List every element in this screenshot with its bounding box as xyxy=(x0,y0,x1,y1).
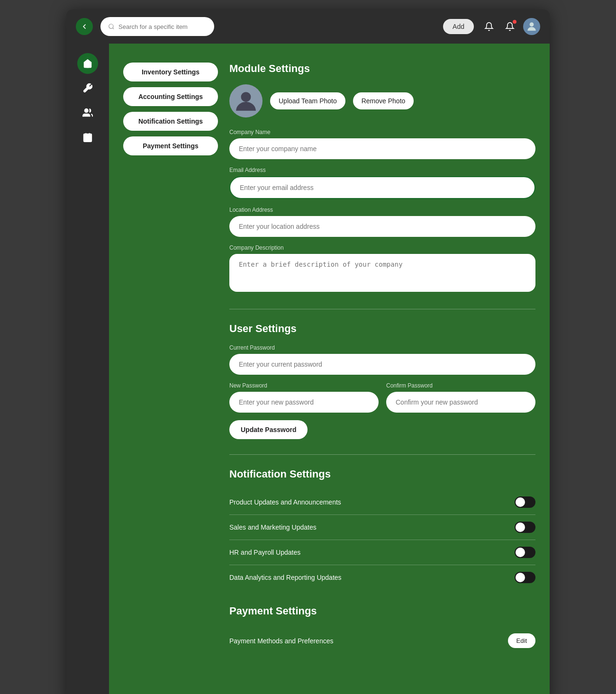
sidebar-item-tools[interactable] xyxy=(77,78,98,99)
module-section: Module Settings Upload Team Photo Remove… xyxy=(229,63,535,294)
company-description-group: Company Description xyxy=(229,244,535,294)
payment-section-title: Payment Settings xyxy=(229,605,535,617)
notification-icon[interactable] xyxy=(502,19,517,34)
notification-section: Notification Settings Product Updates an… xyxy=(229,468,535,590)
main-layout: Inventory Settings Accounting Settings N… xyxy=(66,44,550,694)
avatar[interactable] xyxy=(523,18,540,35)
content-area: Inventory Settings Accounting Settings N… xyxy=(109,44,550,694)
user-section: User Settings Current Password New Passw… xyxy=(229,323,535,439)
svg-rect-3 xyxy=(84,134,92,142)
sidebar-item-home[interactable] xyxy=(77,53,98,74)
search-input[interactable] xyxy=(118,23,207,30)
current-password-label: Current Password xyxy=(229,344,535,351)
company-description-label: Company Description xyxy=(229,244,535,251)
notification-item: Sales and Marketing Updates xyxy=(229,515,535,540)
notification-list: Product Updates and AnnouncementsSales a… xyxy=(229,490,535,590)
search-icon xyxy=(108,23,115,30)
notification-toggle[interactable] xyxy=(515,522,535,533)
menu-item-accounting[interactable]: Accounting Settings xyxy=(123,87,218,106)
svg-point-1 xyxy=(530,22,534,27)
location-address-group: Location Address xyxy=(229,207,535,237)
confirm-password-input[interactable] xyxy=(386,392,535,413)
bell-icon[interactable] xyxy=(481,19,497,34)
confirm-password-label: Confirm Password xyxy=(386,382,535,389)
company-name-group: Company Name xyxy=(229,129,535,159)
notification-toggle[interactable] xyxy=(515,547,535,558)
module-section-title: Module Settings xyxy=(229,63,535,75)
new-password-group: New Password xyxy=(229,382,379,413)
password-row: New Password Confirm Password xyxy=(229,382,535,413)
notification-section-title: Notification Settings xyxy=(229,468,535,480)
menu-item-payment[interactable]: Payment Settings xyxy=(123,136,218,155)
team-photo xyxy=(229,84,263,117)
company-name-input[interactable] xyxy=(229,138,535,159)
confirm-password-group: Confirm Password xyxy=(386,382,535,413)
location-address-input[interactable] xyxy=(229,216,535,237)
photo-row: Upload Team Photo Remove Photo xyxy=(229,84,535,117)
payment-list: Payment Methods and PreferencesEdit xyxy=(229,627,535,655)
remove-photo-button[interactable]: Remove Photo xyxy=(353,92,414,109)
svg-point-7 xyxy=(241,92,251,102)
notification-label: Product Updates and Announcements xyxy=(229,498,341,506)
company-name-label: Company Name xyxy=(229,129,535,135)
back-button[interactable] xyxy=(76,18,93,35)
notification-item: Product Updates and Announcements xyxy=(229,490,535,515)
current-password-input[interactable] xyxy=(229,354,535,375)
menu-item-inventory[interactable]: Inventory Settings xyxy=(123,63,218,81)
payment-item: Payment Methods and PreferencesEdit xyxy=(229,627,535,655)
side-menu: Inventory Settings Accounting Settings N… xyxy=(123,63,218,685)
email-address-label: Email Address xyxy=(229,167,535,173)
update-password-button[interactable]: Update Password xyxy=(229,420,308,439)
new-password-label: New Password xyxy=(229,382,379,389)
notification-item: Data Analytics and Reporting Updates xyxy=(229,565,535,590)
left-sidebar xyxy=(66,44,109,694)
notification-toggle[interactable] xyxy=(515,496,535,508)
app-window: Add xyxy=(66,9,550,694)
user-section-title: User Settings xyxy=(229,323,535,335)
current-password-group: Current Password xyxy=(229,344,535,375)
email-address-input[interactable] xyxy=(229,176,535,199)
notification-item: HR and Payroll Updates xyxy=(229,540,535,565)
notification-label: HR and Payroll Updates xyxy=(229,549,300,556)
payment-methods-label: Payment Methods and Preferences xyxy=(229,637,333,645)
company-description-input[interactable] xyxy=(229,254,535,292)
svg-point-0 xyxy=(109,24,113,28)
add-button[interactable]: Add xyxy=(443,19,474,34)
divider-1 xyxy=(229,309,535,309)
location-address-label: Location Address xyxy=(229,207,535,213)
svg-point-2 xyxy=(85,109,88,112)
notification-dot xyxy=(513,20,516,24)
divider-2 xyxy=(229,454,535,455)
notification-label: Sales and Marketing Updates xyxy=(229,523,317,531)
notification-label: Data Analytics and Reporting Updates xyxy=(229,574,342,581)
menu-item-notification[interactable]: Notification Settings xyxy=(123,112,218,131)
top-nav: Add xyxy=(66,9,550,44)
sidebar-item-people[interactable] xyxy=(77,102,98,123)
main-content: Module Settings Upload Team Photo Remove… xyxy=(229,63,535,685)
sidebar-item-calendar[interactable] xyxy=(77,127,98,148)
edit-payment-button[interactable]: Edit xyxy=(508,633,535,648)
payment-section: Payment Settings Payment Methods and Pre… xyxy=(229,605,535,655)
email-address-group: Email Address xyxy=(229,167,535,199)
search-bar[interactable] xyxy=(100,17,214,36)
upload-photo-button[interactable]: Upload Team Photo xyxy=(270,92,345,109)
new-password-input[interactable] xyxy=(229,392,379,413)
notification-toggle[interactable] xyxy=(515,572,535,583)
